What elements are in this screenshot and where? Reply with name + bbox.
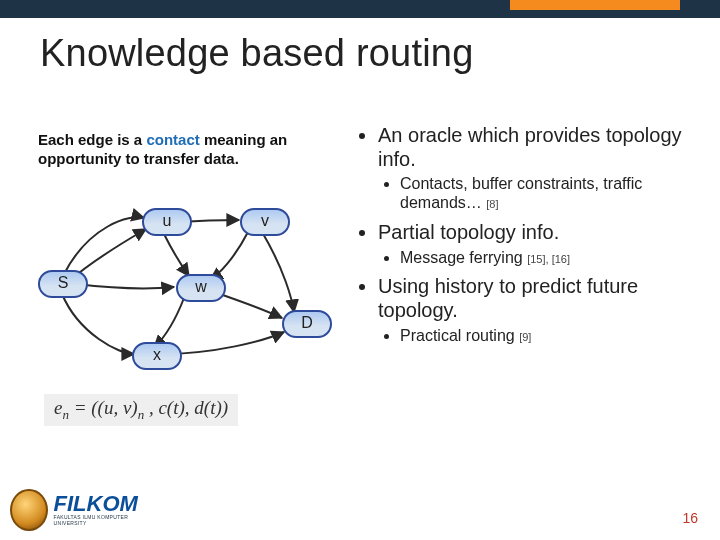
top-banner [0,0,720,18]
bullet-partial-text: Partial topology info. [378,221,559,243]
caption-pre: Each edge is a [38,131,146,148]
contact-formula: en = ((u, v)n , c(t), d(t)) [44,394,238,426]
bullet-partial: Partial topology info. Message ferrying … [378,221,690,267]
edge-caption: Each edge is a contact meaning an opport… [38,130,338,168]
bullet-oracle-text: An oracle which provides topology info. [378,124,682,170]
ref-15-16: [15], [16] [527,253,570,265]
node-u: u [142,208,192,236]
crest-icon [10,489,48,531]
bullet-partial-sub: Message ferrying [15], [16] [400,249,690,268]
node-v: v [240,208,290,236]
ref-8: [8] [486,198,498,210]
bullet-partial-sub-text: Message ferrying [400,249,527,266]
footer-logo: FILKOM FAKULTAS ILMU KOMPUTER UNIVERSITY [10,486,150,534]
logo-text: FILKOM [54,494,150,514]
node-d: D [282,310,332,338]
page-number: 16 [682,510,698,526]
bullet-oracle-sub: Contacts, buffer constraints, traffic de… [400,175,690,213]
formula-rhs2: , c(t), d(t)) [144,397,228,418]
bullet-oracle: An oracle which provides topology info. … [378,124,690,213]
caption-highlight: contact [146,131,199,148]
slide-title: Knowledge based routing [40,32,473,75]
ref-9: [9] [519,331,531,343]
bullet-oracle-sub-text: Contacts, buffer constraints, traffic de… [400,175,642,211]
node-s: S [38,270,88,298]
node-x: x [132,342,182,370]
node-w: w [176,274,226,302]
bullet-history: Using history to predict future topology… [378,275,690,345]
bullet-history-text: Using history to predict future topology… [378,275,638,321]
bullet-history-sub: Practical routing [9] [400,327,690,346]
contact-graph: S u v w x D [34,184,334,394]
bullet-history-sub-text: Practical routing [400,327,519,344]
formula-rhs1: = ((u, v) [69,397,138,418]
bullet-list: An oracle which provides topology info. … [360,124,690,353]
